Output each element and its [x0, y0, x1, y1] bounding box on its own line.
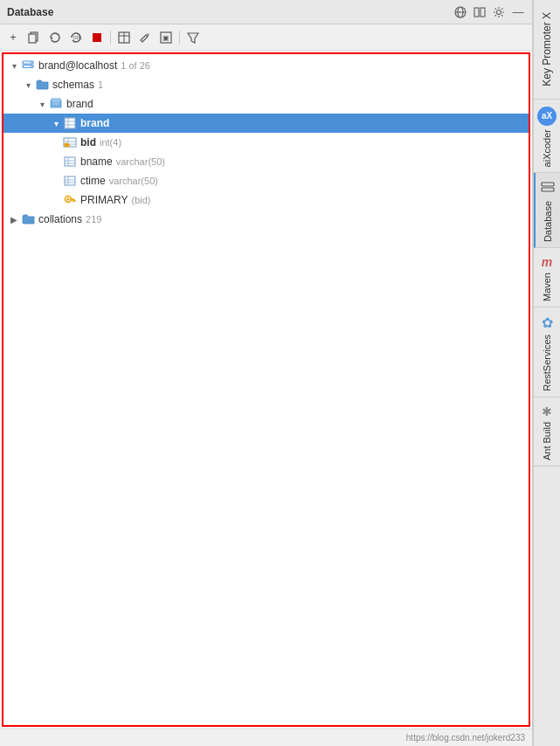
aixcoder-label: aiXcoder — [542, 129, 552, 167]
expand-icon-brand-table[interactable]: ▾ — [49, 119, 63, 128]
svg-point-18 — [31, 62, 32, 64]
table-editor-button[interactable] — [114, 28, 134, 47]
refresh-button[interactable] — [45, 28, 65, 47]
svg-rect-4 — [480, 8, 485, 17]
svg-rect-48 — [542, 183, 554, 186]
root-label: brand@localhost — [38, 59, 117, 72]
maven-label: Maven — [542, 273, 552, 301]
svg-rect-39 — [65, 176, 75, 185]
split-icon[interactable] — [473, 5, 487, 19]
tree-node-bid[interactable]: bid int(4) — [3, 133, 529, 152]
tab-key-promoter[interactable]: Key Promoter X — [534, 0, 560, 100]
svg-rect-46 — [73, 201, 74, 203]
edit-button[interactable] — [135, 28, 155, 47]
ant-label: Ant Build — [542, 422, 552, 460]
ctime-secondary: varchar(50) — [109, 176, 158, 186]
status-url: https://blog.csdn.net/jokerd233 — [406, 733, 525, 743]
collations-label: collations — [38, 213, 82, 225]
svg-rect-45 — [71, 199, 75, 201]
collations-secondary: 219 — [86, 214, 101, 224]
rest-label: RestServices — [542, 335, 552, 391]
globe-icon[interactable] — [453, 5, 467, 19]
expand-icon-schemas[interactable]: ▾ — [21, 80, 35, 90]
rest-icon: ✿ — [542, 314, 553, 331]
svg-rect-47 — [74, 200, 76, 202]
tree-area[interactable]: ▾ brand@localhost 1 of 26 ▾ — [2, 52, 530, 727]
svg-marker-15 — [188, 33, 198, 43]
svg-rect-3 — [474, 8, 479, 17]
separator-1 — [110, 31, 111, 45]
column-icon-bname — [63, 155, 77, 169]
tab-database[interactable]: Database — [534, 173, 560, 248]
primary-secondary: (bid) — [131, 195, 150, 205]
stop-button[interactable] — [87, 28, 107, 47]
database-label: Database — [543, 201, 553, 242]
gear-icon[interactable] — [492, 5, 506, 19]
tree-node-root[interactable]: ▾ brand@localhost 1 of 26 — [3, 56, 529, 75]
separator-2 — [179, 31, 180, 45]
bid-secondary: int(4) — [100, 137, 121, 148]
brand-table-label: brand — [80, 117, 109, 129]
aixcoder-badge: aX — [537, 107, 557, 126]
panel-title: Database — [7, 6, 53, 18]
expand-icon-root[interactable]: ▾ — [7, 61, 21, 71]
console-button[interactable]: ▣ — [156, 28, 176, 47]
add-button[interactable]: + — [3, 28, 23, 47]
status-bar: https://blog.csdn.net/jokerd233 — [0, 729, 532, 746]
main-container: Database — [0, 0, 560, 746]
svg-point-44 — [67, 198, 70, 201]
svg-text:▣: ▣ — [162, 34, 169, 42]
svg-rect-24 — [65, 118, 75, 128]
tree-node-schemas[interactable]: ▾ schemas 1 — [3, 75, 529, 94]
primary-label: PRIMARY — [80, 194, 128, 206]
svg-rect-49 — [542, 188, 554, 191]
tree-node-brand-schema[interactable]: ▾ brand — [3, 94, 529, 114]
svg-point-19 — [31, 66, 32, 67]
tab-aixcoder[interactable]: aX aiXcoder — [534, 100, 560, 173]
title-bar: Database — [0, 0, 532, 24]
refresh-ddl-button[interactable]: DDL — [66, 28, 86, 47]
svg-rect-7 — [29, 34, 36, 43]
table-icon — [63, 116, 77, 130]
schemas-label: schemas — [52, 79, 94, 91]
svg-rect-35 — [65, 157, 75, 166]
maven-icon: m — [542, 255, 552, 269]
copy-button[interactable] — [24, 28, 44, 47]
brand-schema-label: brand — [66, 98, 93, 110]
column-key-icon — [63, 135, 77, 149]
svg-rect-9 — [93, 33, 101, 42]
tab-rest-services[interactable]: ✿ RestServices — [534, 307, 560, 397]
schemas-secondary: 1 — [98, 79, 103, 90]
filter-button[interactable] — [183, 28, 203, 47]
database-tab-icon — [540, 180, 556, 197]
folder-icon-collations — [21, 212, 35, 226]
key-icon — [63, 193, 77, 207]
tree-node-bname[interactable]: bname varchar(50) — [3, 152, 529, 171]
minimize-icon[interactable]: — — [511, 5, 525, 19]
tree-node-primary[interactable]: PRIMARY (bid) — [3, 190, 529, 210]
root-secondary: 1 of 26 — [121, 60, 150, 71]
column-icon-ctime — [63, 174, 77, 188]
tab-maven[interactable]: m Maven — [534, 248, 560, 307]
right-sidebar: Key Promoter X aX aiXcoder Database m Ma… — [533, 0, 560, 746]
bname-label: bname — [80, 155, 113, 168]
tree-node-brand-table[interactable]: ▾ brand — [3, 114, 529, 133]
schema-icon — [49, 97, 63, 111]
bid-label: bid — [80, 136, 96, 149]
expand-icon-brand-schema[interactable]: ▾ — [35, 100, 49, 109]
key-promoter-label: Key Promoter X — [541, 5, 553, 93]
svg-rect-34 — [69, 146, 70, 147]
bname-secondary: varchar(50) — [116, 156, 165, 167]
ctime-label: ctime — [80, 175, 106, 187]
folder-icon-schemas — [35, 78, 49, 92]
svg-text:DDL: DDL — [73, 35, 82, 40]
expand-icon-collations[interactable]: ▶ — [7, 215, 21, 224]
tab-ant-build[interactable]: ✱ Ant Build — [534, 397, 560, 466]
tree-node-collations[interactable]: ▶ collations 219 — [3, 210, 529, 229]
database-panel: Database — [0, 0, 533, 746]
svg-point-5 — [497, 10, 501, 14]
tree-node-ctime[interactable]: ctime varchar(50) — [3, 171, 529, 190]
server-icon — [21, 59, 35, 73]
ant-icon: ✱ — [542, 404, 552, 418]
toolbar: + DDL — [0, 24, 532, 51]
